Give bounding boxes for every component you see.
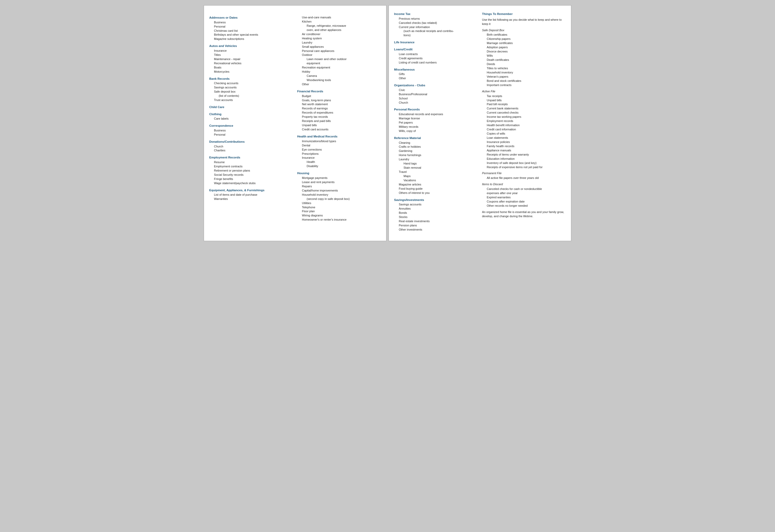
list-item: Bonds: [399, 211, 478, 215]
list-item: Loan statements: [487, 136, 566, 140]
list-item: Cleaning: [399, 141, 478, 145]
list-item: Eye corrections: [302, 148, 381, 152]
list-item: Citizenship papers: [487, 37, 566, 41]
list-item: Employment records: [487, 119, 566, 123]
list-item: Inventory of safe deposit box (and key): [487, 161, 566, 165]
list-item: Pet papers: [399, 121, 478, 125]
list-item: Copies of wills: [487, 132, 566, 136]
closing-paragraph: An organized home file is essential as y…: [482, 210, 566, 219]
list-item: tions): [404, 33, 478, 38]
list-item: Social Security records: [214, 173, 293, 177]
list-item: Church: [399, 101, 478, 105]
list-item: Credit card information: [487, 127, 566, 132]
list-item: Titles: [214, 53, 293, 57]
list-item: Wills: [487, 54, 566, 58]
list-item: Stocks: [399, 215, 478, 219]
section: Equipment, Appliances, & FurnishingsList…: [209, 188, 293, 201]
list-item: Birth certificates: [487, 33, 566, 37]
list-item: Civic: [399, 88, 478, 92]
list-item: Utilities: [302, 201, 381, 205]
section: Use-and-care manualsKitchenRange, refrig…: [297, 15, 381, 87]
italic-group-heading: Permanent File: [482, 171, 566, 175]
list-item: Vacations: [404, 178, 478, 183]
section: HousingMortgage paymentsLease and rent p…: [297, 171, 381, 222]
list-item: Kitchen: [302, 20, 381, 24]
things-intro: Use the list following as you decide wha…: [482, 18, 566, 26]
list-item: expenses after one year: [487, 191, 566, 195]
section-heading: Addresses or Dates: [209, 15, 293, 20]
section-heading: Financial Records: [297, 89, 381, 94]
list-item: Laundry: [399, 157, 478, 162]
italic-group-heading: Safe Deposit Box: [482, 28, 566, 33]
list-item: Military records: [399, 125, 478, 129]
right-page-columns: Income TaxPrevious returnsCanceled check…: [394, 12, 566, 235]
list-item: Current bank statements: [487, 107, 566, 111]
list-item: Travel: [399, 170, 478, 174]
section-heading: Child Care: [209, 105, 293, 109]
list-item: Other records no longer needed: [487, 204, 566, 208]
list-item: Pension plans: [399, 224, 478, 228]
list-item: Titles to vehicles: [487, 66, 566, 71]
list-item: Maps: [404, 174, 478, 178]
section: Bank RecordsChecking accountsSavings acc…: [209, 77, 293, 102]
italic-group-heading: Active File: [482, 89, 566, 94]
section: Financial RecordsBudgetGoals, long-term …: [297, 89, 381, 132]
list-item: Real estate investments: [399, 219, 478, 224]
list-item: Woodworking tools: [307, 78, 381, 82]
list-item: Coupons after expiration date: [487, 200, 566, 204]
left-page: Addresses or DatesBusinessPersonalChrist…: [204, 5, 386, 241]
list-item: Wiring diagrams: [302, 214, 381, 218]
list-item: Prescriptions: [302, 152, 381, 156]
list-item: Christmas card list: [214, 29, 293, 33]
section: Addresses or DatesBusinessPersonalChrist…: [209, 15, 293, 41]
list-item: Goals, long-term plans: [302, 98, 381, 103]
list-item: Receipts and paid bills: [302, 119, 381, 123]
list-item: Small appliances: [302, 45, 381, 49]
list-item: Income tax working papers: [487, 115, 566, 119]
list-item: Magazine articles: [399, 183, 478, 187]
left-page-columns: Addresses or DatesBusinessPersonalChrist…: [209, 15, 381, 225]
list-item: Insurance: [214, 49, 293, 53]
section: Health and Medical RecordsImmunizations/…: [297, 134, 381, 168]
list-item: Crafts or hobbies: [399, 145, 478, 149]
list-item: Previous returns: [399, 17, 478, 21]
list-item: Food buying guide: [399, 187, 478, 191]
list-item: Health benefit information: [487, 123, 566, 127]
list-item: Educational records and expenses: [399, 112, 478, 116]
list-item: Health: [307, 160, 381, 164]
list-item: Use-and-care manuals: [302, 15, 381, 20]
list-item: (list of contents): [219, 94, 293, 98]
list-item: Church: [214, 145, 293, 149]
section: Organizations - ClubsCivicBusiness/Profe…: [394, 83, 478, 105]
list-item: Credit agreements: [399, 56, 478, 61]
list-item: Maintenance - repair: [214, 57, 293, 61]
list-item: Warranties: [214, 197, 293, 201]
list-item: Business: [214, 129, 293, 133]
list-item: Death certificates: [487, 58, 566, 62]
list-item: Listing of credit card numbers: [399, 61, 478, 65]
list-item: Other: [399, 76, 478, 81]
left-col2: Use-and-care manualsKitchenRange, refrig…: [297, 15, 381, 225]
list-item: Veteran's papers: [487, 75, 566, 79]
list-item: Trust accounts: [214, 98, 293, 102]
section-heading: Savings/Investments: [394, 198, 478, 202]
list-item: Motorcycles: [214, 70, 293, 74]
list-item: Marriage license: [399, 116, 478, 121]
section: MiscellaneousGiftsOther: [394, 67, 478, 81]
list-item: Retirement or pension plans: [214, 169, 293, 173]
section: Loans/CreditLoan contractsCredit agreeme…: [394, 47, 478, 65]
list-item: Air conditioner: [302, 32, 381, 36]
list-item: Range, refrigerator, microwave: [307, 24, 381, 28]
list-item: Personal: [214, 25, 293, 29]
list-item: Paid bill receipts: [487, 102, 566, 107]
section: Income TaxPrevious returnsCanceled check…: [394, 12, 478, 38]
list-item: Camera: [307, 74, 381, 78]
section: Life Insurance: [394, 40, 478, 45]
right-page: Income TaxPrevious returnsCanceled check…: [389, 5, 571, 241]
list-item: Hobby: [302, 70, 381, 74]
section-heading: Reference Material: [394, 136, 478, 140]
list-item: Immunizations/blood types: [302, 139, 381, 143]
list-item: Records of expenditures: [302, 111, 381, 115]
list-item: Expired warranties: [487, 195, 566, 200]
list-item: Receipts of expensive items not yet paid…: [487, 165, 566, 169]
